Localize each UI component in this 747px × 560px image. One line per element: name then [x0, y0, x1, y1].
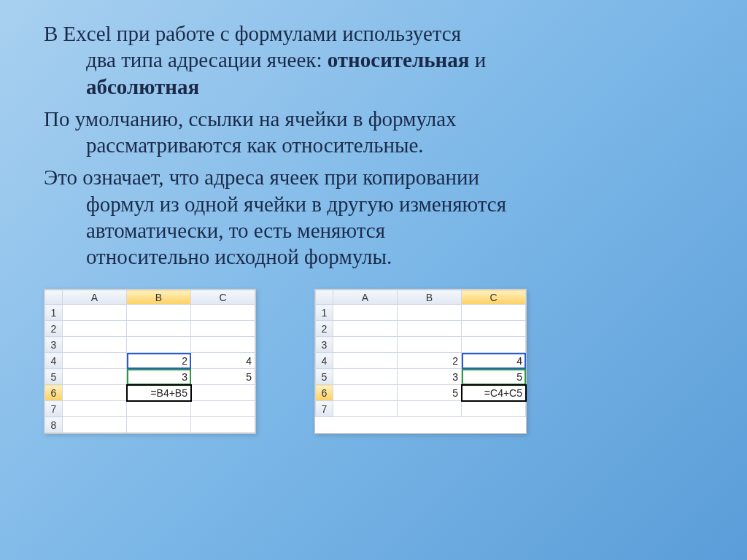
cell-C5: 5: [191, 369, 255, 385]
cell-C5: 5: [462, 369, 526, 385]
col-header-C: C: [191, 290, 255, 305]
p2-l2: рассматриваются как относительные.: [44, 132, 703, 158]
p3-l3: автоматически, то есть меняются: [44, 217, 703, 244]
p1-l2b: и: [470, 48, 487, 71]
row-header-5: 5: [316, 369, 333, 385]
cell-C6-formula: =C4+C5: [462, 385, 526, 401]
row-header-4: 4: [316, 353, 333, 369]
row-header-6: 6: [45, 385, 63, 401]
corner-cell: [45, 290, 63, 305]
row-header-7: 7: [45, 401, 63, 417]
col-header-B: B: [127, 290, 191, 305]
col-header-B: B: [398, 290, 462, 305]
excel-grid-1: A B C 1 2 3 424 535 6=B4+B5 7 8: [44, 289, 255, 433]
figures-row: A B C 1 2 3 424 535 6=B4+B5 7 8 A B C 1 …: [0, 276, 747, 434]
col-header-C: C: [462, 290, 526, 305]
row-header-2: 2: [45, 321, 63, 337]
cell-C4: 4: [191, 353, 255, 369]
row-header-7: 7: [316, 401, 333, 417]
cell-B5: 3: [127, 369, 191, 385]
excel-snippet-1: A B C 1 2 3 424 535 6=B4+B5 7 8: [44, 289, 256, 434]
p1-l1: В Excel при работе с формулами используе…: [44, 22, 461, 45]
col-header-A: A: [333, 290, 398, 305]
row-header-8: 8: [45, 417, 63, 433]
row-header-1: 1: [45, 305, 63, 321]
cell-B4: 2: [398, 353, 462, 369]
row-header-4: 4: [45, 353, 63, 369]
p3-l1: Это означает, что адреса ячеек при копир…: [44, 166, 479, 189]
p1-l2a: два типа адресации ячеек:: [86, 48, 328, 71]
p1-bold2: абсолютная: [86, 75, 199, 98]
row-header-3: 3: [45, 337, 63, 353]
row-header-3: 3: [316, 337, 333, 353]
p1-bold1: относительная: [328, 48, 470, 71]
cell-B5: 3: [398, 369, 462, 385]
row-header-1: 1: [316, 305, 333, 321]
excel-grid-2: A B C 1 2 3 424 535 65=C4+C5 7: [315, 289, 526, 417]
row-header-2: 2: [316, 321, 333, 337]
cell-B6-formula: =B4+B5: [127, 385, 191, 401]
cell-B4: 2: [127, 353, 191, 369]
p2-l1: По умолчанию, ссылки на ячейки в формула…: [44, 107, 457, 131]
p3-l4: относительно исходной формулы.: [44, 244, 703, 270]
row-header-5: 5: [45, 369, 63, 385]
col-header-A: A: [63, 290, 127, 305]
cell-B6: 5: [398, 385, 462, 401]
row-header-6: 6: [316, 385, 333, 401]
slide-text: В Excel при работе с формулами используе…: [0, 0, 747, 270]
cell-C4: 4: [462, 353, 526, 369]
excel-snippet-2: A B C 1 2 3 424 535 65=C4+C5 7: [314, 289, 527, 434]
paragraph-1: В Excel при работе с формулами используе…: [44, 20, 703, 100]
paragraph-3: Это означает, что адреса ячеек при копир…: [44, 164, 703, 270]
paragraph-2: По умолчанию, ссылки на ячейки в формула…: [44, 106, 703, 159]
p3-l2: формул из одной ячейки в другую изменяют…: [44, 191, 703, 217]
corner-cell: [316, 290, 333, 305]
